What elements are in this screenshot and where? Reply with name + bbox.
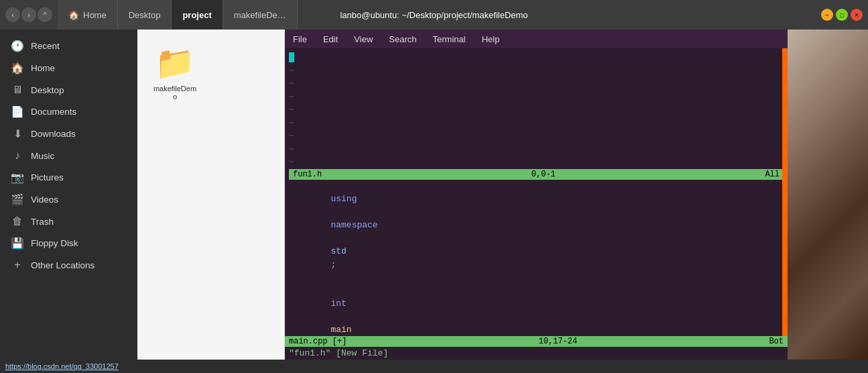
status2-filename: main.cpp [+] [289, 337, 347, 346]
status1-filename: fun1.h [293, 170, 322, 179]
back-button[interactable]: ‹ [5, 7, 20, 22]
floppy-icon: 💾 [11, 237, 24, 250]
background-image [788, 30, 868, 360]
sidebar-item-floppy[interactable]: 💾 Floppy Disk [3, 233, 135, 254]
tab-home-label: Home [83, 10, 107, 20]
terminal-bottom-line: "fun1.h" [New File] [285, 347, 788, 360]
folder-icon: 📁 [155, 44, 195, 82]
right-panel [788, 30, 868, 360]
code-line-using: using namespace std ; [289, 180, 784, 284]
t-line-8: ~ [289, 156, 784, 169]
sidebar-label-pictures: Pictures [31, 172, 64, 182]
menu-terminal[interactable]: Terminal [425, 30, 474, 48]
videos-icon: 🎬 [11, 193, 24, 206]
menu-file[interactable]: File [285, 30, 315, 48]
menu-help[interactable]: Help [474, 30, 508, 48]
downloads-icon: ⬇ [11, 127, 24, 140]
up-button[interactable]: ^ [38, 7, 52, 22]
status1-scroll: All [765, 170, 780, 179]
titlebar: ‹ › ^ 🏠 Home Desktop project makefileDe…… [0, 0, 868, 30]
status2-scroll: Bot [769, 337, 784, 346]
sidebar-item-downloads[interactable]: ⬇ Downloads [3, 123, 135, 144]
sidebar-label-videos: Videos [31, 195, 58, 205]
terminal-menubar: File Edit View Search Terminal Help [285, 30, 788, 48]
t-line-7: ~ [289, 143, 784, 156]
bottom-url[interactable]: https://blog.csdn.net/qq_33001257 [5, 362, 119, 370]
sidebar-label-floppy: Floppy Disk [31, 238, 78, 248]
sidebar: 🕐 Recent 🏠 Home 🖥 Desktop 📄 Documents ⬇ … [0, 30, 137, 360]
sidebar-item-music[interactable]: ♪ Music [3, 146, 135, 166]
file-manager: 📁 makefileDemo [137, 30, 285, 360]
tab-makefilede-label: makefileDe… [234, 10, 286, 20]
sidebar-label-documents: Documents [31, 107, 76, 117]
window-controls: − □ × [821, 9, 863, 21]
maximize-button[interactable]: □ [836, 9, 848, 21]
nav-buttons: ‹ › ^ [0, 7, 58, 22]
folder-name: makefileDemo [152, 85, 198, 101]
tab-desktop[interactable]: Desktop [118, 0, 172, 30]
trash-icon: 🗑 [11, 215, 24, 227]
minimize-button[interactable]: − [821, 9, 833, 21]
sidebar-label-recent: Recent [31, 41, 60, 51]
recent-icon: 🕐 [11, 40, 24, 52]
close-button[interactable]: × [851, 9, 863, 21]
sidebar-item-documents[interactable]: 📄 Documents [3, 101, 135, 122]
tab-project-label: project [182, 10, 211, 20]
menu-view[interactable]: View [346, 30, 381, 48]
tab-makefilede[interactable]: makefileDe… [223, 0, 298, 30]
sidebar-item-videos[interactable]: 🎬 Videos [3, 189, 135, 210]
menu-edit[interactable]: Edit [315, 30, 346, 48]
tab-project[interactable]: project [172, 0, 223, 30]
sidebar-label-home: Home [31, 63, 55, 73]
sidebar-label-downloads: Downloads [31, 129, 76, 139]
window-title: lanbo@ubuntu: ~/Desktop/project/makefile… [340, 10, 528, 20]
status-bar-1: fun1.h 0,0-1 All [289, 169, 784, 180]
sidebar-label-other: Other Locations [31, 260, 95, 270]
home-sidebar-icon: 🏠 [11, 62, 24, 74]
tab-home[interactable]: 🏠 Home [58, 0, 118, 30]
status-bar-2: main.cpp [+] 10,17-24 Bot [285, 336, 788, 347]
sidebar-label-trash: Trash [31, 217, 54, 227]
terminal-body[interactable]: ~ ~ ~ ~ ~ ~ ~ ~ fun1.h 0,0-1 All using n… [285, 48, 788, 336]
menu-search[interactable]: Search [381, 30, 424, 48]
folder-makefiledemo[interactable]: 📁 makefileDemo [148, 40, 202, 105]
t-line-3: ~ [289, 91, 784, 104]
file-list: 📁 makefileDemo [137, 30, 284, 360]
sidebar-item-pictures[interactable]: 📷 Pictures [3, 167, 135, 188]
terminal: File Edit View Search Terminal Help ~ ~ … [285, 30, 788, 360]
t-line-2: ~ [289, 77, 784, 91]
sidebar-item-home[interactable]: 🏠 Home [3, 58, 135, 78]
pictures-icon: 📷 [11, 171, 24, 184]
terminal-scrollbar[interactable] [782, 48, 788, 336]
t-line-5: ~ [289, 117, 784, 130]
sidebar-item-desktop[interactable]: 🖥 Desktop [3, 80, 135, 100]
code-line-int-main: int main () [289, 284, 784, 337]
t-line-6: ~ [289, 129, 784, 143]
status1-position: 0,0-1 [532, 170, 556, 179]
home-icon: 🏠 [68, 10, 79, 20]
bottom-bar: https://blog.csdn.net/qq_33001257 [0, 360, 868, 373]
other-locations-icon: + [11, 259, 24, 271]
desktop-icon: 🖥 [11, 84, 24, 96]
documents-icon: 📄 [11, 105, 24, 118]
main-area: 🕐 Recent 🏠 Home 🖥 Desktop 📄 Documents ⬇ … [0, 30, 868, 360]
sidebar-label-music: Music [31, 151, 54, 161]
tab-bar: 🏠 Home Desktop project makefileDe… [58, 0, 298, 30]
sidebar-item-other[interactable]: + Other Locations [3, 255, 135, 275]
sidebar-item-recent[interactable]: 🕐 Recent [3, 36, 135, 56]
terminal-line-cursor [289, 51, 784, 64]
tab-desktop-label: Desktop [129, 10, 161, 20]
music-icon: ♪ [11, 150, 24, 162]
t-line-4: ~ [289, 103, 784, 117]
t-line-1: ~ [289, 64, 784, 78]
sidebar-item-trash[interactable]: 🗑 Trash [3, 211, 135, 231]
forward-button[interactable]: › [21, 7, 36, 22]
status2-position: 10,17-24 [539, 337, 578, 346]
sidebar-label-desktop: Desktop [31, 85, 64, 95]
